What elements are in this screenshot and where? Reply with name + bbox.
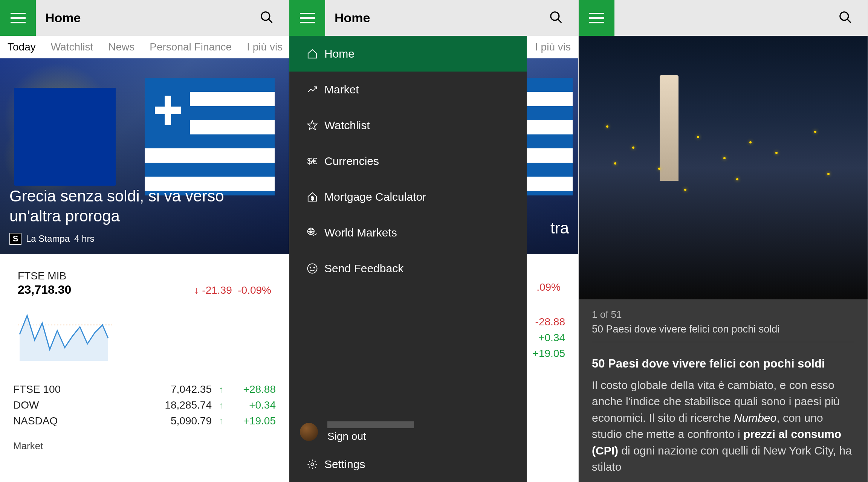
drawer-item-feedback[interactable]: Send Feedback [289, 250, 527, 286]
search-icon [549, 10, 563, 24]
hero-headline: Grecia senza soldi, si va verso un'altra… [9, 186, 280, 226]
page-title: Home [335, 11, 370, 25]
arrow-up-icon: ↑ [212, 400, 231, 410]
panel-drawer-open: Home I più vis tra .09% -28.88 +0.34 +19… [289, 0, 579, 482]
drawer-label: Currencies [324, 155, 379, 168]
svg-point-10 [311, 463, 314, 466]
hero-card[interactable]: Grecia senza soldi, si va verso un'altra… [0, 58, 289, 254]
page-title: Home [45, 11, 81, 25]
search-icon [838, 10, 853, 24]
feedback-icon [300, 263, 324, 274]
market-icon [300, 84, 324, 95]
publish-time: 4 hrs [74, 233, 94, 244]
drawer-item-world-markets[interactable]: World Markets [289, 215, 527, 250]
svg-point-0 [261, 12, 270, 20]
svg-line-12 [847, 19, 851, 23]
drawer-item-mortgage[interactable]: $ Mortgage Calculator [289, 179, 527, 215]
svg-point-11 [840, 12, 848, 20]
mortgage-icon: $ [300, 191, 324, 203]
article-subtitle: 50 Paesi dove vivere felici con pochi so… [592, 323, 854, 342]
table-row[interactable]: DOW 18,285.74 ↑ +0.34 [13, 397, 276, 413]
search-button[interactable] [549, 10, 563, 26]
article-meta: 1 of 51 50 Paesi dove vivere felici con … [579, 299, 868, 348]
svg-line-4 [558, 19, 562, 23]
search-icon [260, 10, 274, 24]
tab-news[interactable]: News [108, 41, 134, 53]
index-name: FTSE MIB [18, 270, 271, 282]
svg-point-7 [307, 264, 317, 273]
drawer-item-market[interactable]: Market [289, 72, 527, 107]
currencies-icon: $€ [300, 156, 324, 166]
index-change: ↓ -21.39 -0.09% [194, 284, 271, 296]
svg-point-3 [551, 12, 559, 20]
hamburger-icon [300, 13, 315, 23]
source-name: La Stampa [26, 233, 70, 244]
indices-table: FTSE 100 7,042.35 ↑ +28.88 DOW 18,285.74… [13, 381, 276, 429]
drawer-item-currencies[interactable]: $€ Currencies [289, 143, 527, 179]
sign-out-link[interactable]: Sign out [327, 430, 414, 442]
header: Home [289, 0, 578, 36]
panel-home: Home Today Watchlist News Personal Finan… [0, 0, 289, 482]
hamburger-button[interactable] [289, 0, 325, 36]
tab-today[interactable]: Today [8, 41, 36, 53]
panel-article: 1 of 51 50 Paesi dove vivere felici con … [579, 0, 868, 482]
section-label: Market [13, 440, 276, 452]
user-name-redacted [327, 421, 414, 428]
arrow-up-icon: ↑ [212, 416, 231, 426]
nav-drawer: Home Market Watchlist $€ Currencies $ Mo… [289, 36, 527, 482]
hamburger-icon [11, 13, 26, 23]
tab-most-viewed[interactable]: I più vis [247, 41, 283, 53]
index-value: 23,718.30 [18, 283, 71, 297]
drawer-label: Settings [324, 458, 365, 471]
svg-line-1 [269, 19, 272, 23]
greece-flag-graphic [145, 78, 275, 195]
watchlist-icon [300, 120, 324, 131]
table-row[interactable]: FTSE 100 7,042.35 ↑ +28.88 [13, 381, 276, 397]
table-row[interactable]: NASDAQ 5,090.79 ↑ +19.05 [13, 413, 276, 429]
drawer-label: Mortgage Calculator [324, 191, 426, 203]
article-hero-image[interactable] [579, 36, 868, 299]
slide-counter: 1 of 51 [592, 309, 854, 320]
drawer-item-settings[interactable]: Settings [289, 446, 527, 482]
drawer-label: Home [324, 47, 355, 60]
sparkline-chart [18, 304, 271, 361]
svg-text:$: $ [311, 195, 313, 201]
city-lights-graphic [593, 115, 853, 220]
search-button[interactable] [260, 10, 274, 26]
drawer-label: Market [324, 83, 359, 96]
drawer-label: Send Feedback [324, 262, 403, 275]
article-body[interactable]: 50 Paesi dove vivere felici con pochi so… [579, 348, 868, 482]
hero-meta: S La Stampa 4 hrs [9, 233, 280, 245]
svg-point-9 [313, 267, 315, 268]
hamburger-button[interactable] [0, 0, 36, 36]
avatar [300, 423, 318, 441]
hamburger-button[interactable] [579, 0, 614, 36]
tab-most-viewed[interactable]: I più vis [535, 41, 571, 53]
eu-flag-graphic [14, 88, 115, 186]
gear-icon [300, 459, 324, 470]
arrow-down-icon: ↓ [194, 284, 199, 296]
tabs-bar: Today Watchlist News Personal Finance I … [0, 36, 289, 58]
source-badge: S [9, 233, 21, 245]
svg-point-8 [310, 267, 311, 268]
article-headline: 50 Paesi dove vivere felici con pochi so… [592, 355, 854, 372]
drawer-item-watchlist[interactable]: Watchlist [289, 107, 527, 143]
drawer-label: World Markets [324, 226, 397, 239]
world-markets-icon [300, 227, 324, 238]
tab-personal-finance[interactable]: Personal Finance [150, 41, 232, 53]
drawer-label: Watchlist [324, 119, 370, 132]
article-view: 1 of 51 50 Paesi dove vivere felici con … [579, 36, 868, 482]
home-icon [300, 48, 324, 59]
hamburger-icon [589, 13, 604, 23]
drawer-item-home[interactable]: Home [289, 36, 527, 72]
drawer-user-section[interactable]: Sign out [289, 418, 527, 446]
search-button[interactable] [838, 10, 853, 26]
tab-watchlist[interactable]: Watchlist [51, 41, 93, 53]
arrow-up-icon: ↑ [212, 384, 231, 395]
header [579, 0, 868, 36]
header: Home [0, 0, 289, 36]
market-card[interactable]: FTSE MIB 23,718.30 ↓ -21.39 -0.09% [5, 259, 284, 372]
